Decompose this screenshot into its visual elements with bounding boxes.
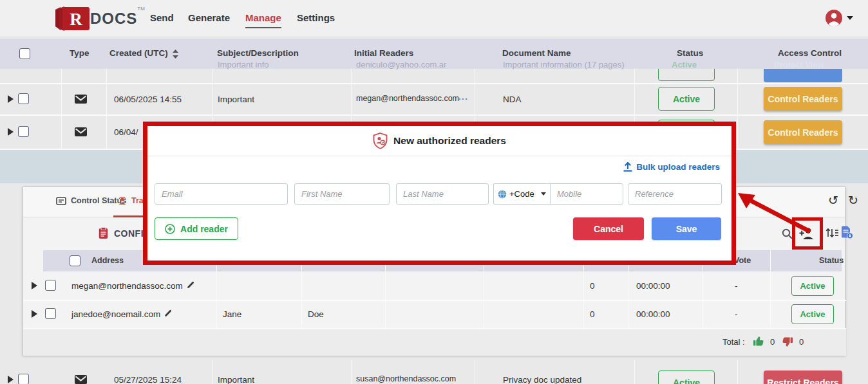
total-time-cell: 00:00:00 bbox=[636, 309, 670, 319]
country-code-select[interactable]: +Code bbox=[493, 183, 550, 205]
status-active-button[interactable]: Active bbox=[658, 370, 715, 384]
col-header-vote: Vote bbox=[734, 256, 751, 265]
email-type-icon bbox=[75, 375, 87, 384]
modal-header: New authorized readers bbox=[147, 126, 731, 156]
reader-checkbox[interactable] bbox=[45, 280, 56, 291]
edit-reader-icon[interactable] bbox=[187, 281, 194, 289]
row-separator bbox=[23, 300, 846, 301]
column-divider bbox=[475, 360, 475, 384]
col-header-address: Address bbox=[91, 256, 124, 265]
sort-created-icon[interactable] bbox=[173, 50, 178, 59]
tab-control-status[interactable]: Control Status bbox=[56, 196, 126, 205]
column-divider bbox=[212, 360, 213, 384]
chevron-down-icon bbox=[847, 16, 853, 20]
history-icon[interactable]: ↺ bbox=[828, 193, 838, 207]
col-header-created: Created (UTC) bbox=[109, 48, 168, 58]
nav-item-manage[interactable]: Manage bbox=[245, 12, 281, 23]
email-type-icon bbox=[75, 127, 87, 136]
save-button[interactable]: Save bbox=[652, 217, 721, 240]
reader-status-button[interactable]: Active bbox=[791, 276, 834, 296]
col-header-subject: Subject/Description bbox=[217, 48, 299, 58]
nav-item-generate[interactable]: Generate bbox=[188, 12, 230, 23]
expand-reader-icon[interactable] bbox=[32, 310, 37, 318]
document-name-cell: NDA bbox=[503, 95, 522, 104]
row-checkbox[interactable] bbox=[18, 93, 29, 104]
vote-cell: - bbox=[735, 281, 738, 291]
thumbs-down-count: 0 bbox=[799, 337, 804, 347]
created-cell: 05/27/2025 15:24 bbox=[114, 375, 182, 384]
expand-reader-icon[interactable] bbox=[32, 282, 37, 289]
status-active-button[interactable]: Active bbox=[658, 87, 715, 111]
readers-table-footer: Total : 0 0 bbox=[23, 329, 846, 356]
first-name-field[interactable] bbox=[294, 183, 390, 205]
more-readers-button[interactable]: ... bbox=[458, 92, 468, 102]
refresh-icon[interactable]: ↻ bbox=[848, 193, 858, 207]
ghost-doc: Important information (17 pages) bbox=[503, 60, 625, 69]
ghost-readers: deniculo@yahoo.com.ar bbox=[356, 60, 446, 69]
column-divider bbox=[770, 250, 771, 328]
col-header-document-name: Document Name bbox=[502, 48, 571, 58]
column-divider bbox=[216, 250, 217, 328]
expand-row-icon[interactable] bbox=[8, 95, 14, 103]
vote-cell: - bbox=[735, 309, 738, 319]
reader-status-button[interactable]: Active bbox=[791, 304, 834, 324]
logo-text: DOCS bbox=[90, 6, 137, 32]
search-icon[interactable] bbox=[782, 228, 793, 239]
column-divider bbox=[301, 250, 302, 328]
app-logo[interactable]: R DOCS TM bbox=[54, 6, 145, 32]
user-avatar-icon bbox=[825, 9, 843, 27]
last-name-field[interactable] bbox=[396, 183, 489, 205]
column-divider bbox=[703, 250, 703, 328]
add-reader-label: Add reader bbox=[180, 224, 228, 234]
ghost-subject: Important info bbox=[218, 60, 269, 69]
bulk-upload-label: Bulk upload readers bbox=[636, 162, 720, 172]
chevron-down-icon bbox=[541, 192, 546, 196]
restrict-readers-button[interactable]: Restrict Readers bbox=[764, 370, 842, 384]
total-label: Total : bbox=[722, 337, 745, 347]
add-reader-button[interactable]: Add reader bbox=[155, 217, 238, 240]
add-reader-icon[interactable] bbox=[799, 227, 814, 239]
select-all-checkbox[interactable] bbox=[19, 48, 30, 59]
confidential-clipboard-icon bbox=[99, 227, 108, 239]
column-divider bbox=[351, 360, 352, 384]
row-checkbox[interactable] bbox=[18, 126, 29, 137]
cancel-button[interactable]: Cancel bbox=[573, 217, 644, 240]
nav-item-send[interactable]: Send bbox=[150, 12, 174, 23]
last-name-cell: Doe bbox=[308, 309, 324, 319]
bulk-upload-readers-link[interactable]: Bulk upload readers bbox=[623, 162, 720, 172]
reader-checkbox[interactable] bbox=[45, 308, 56, 319]
reads-cell: 0 bbox=[590, 281, 595, 291]
control-readers-button[interactable]: Control Readers bbox=[764, 87, 842, 111]
sort-list-icon[interactable] bbox=[826, 227, 838, 239]
code-select-value: +Code bbox=[509, 189, 534, 199]
globe-icon bbox=[498, 190, 507, 199]
edit-reader-icon[interactable] bbox=[164, 309, 172, 317]
nav-item-settings[interactable]: Settings bbox=[297, 12, 335, 23]
app-window: Type Created (UTC) Subject/Description I… bbox=[0, 0, 868, 384]
ghost-access: Protect View bbox=[774, 60, 824, 69]
thumbs-up-icon bbox=[753, 335, 764, 347]
expand-row-icon[interactable] bbox=[8, 376, 14, 383]
reference-field[interactable] bbox=[628, 183, 722, 205]
account-menu[interactable] bbox=[825, 9, 853, 27]
reader-address-cell: janedoe@noemail.com bbox=[71, 309, 172, 319]
export-report-icon[interactable] bbox=[841, 226, 853, 239]
control-readers-button[interactable]: Control Readers bbox=[764, 120, 842, 144]
col-header-status: Status bbox=[819, 256, 844, 265]
reader-email: megan@northendassoc.com bbox=[71, 281, 183, 291]
row-checkbox[interactable] bbox=[18, 374, 29, 384]
modal-title: New authorized readers bbox=[393, 135, 506, 147]
reader-address-cell: megan@northendassoc.com bbox=[71, 281, 194, 291]
column-divider bbox=[583, 250, 584, 328]
created-cell: 06/04/ bbox=[114, 127, 138, 137]
mobile-field[interactable] bbox=[550, 183, 623, 205]
initial-readers-cell: megan@northendassoc.com bbox=[356, 94, 459, 103]
initial-readers-cell: susan@northendassoc.com bbox=[356, 374, 456, 383]
select-all-readers-checkbox[interactable] bbox=[70, 255, 80, 266]
logo-emblem-icon: R bbox=[54, 6, 90, 32]
expand-row-icon[interactable] bbox=[8, 128, 14, 136]
created-cell: 06/05/2025 14:55 bbox=[114, 95, 182, 104]
email-field[interactable] bbox=[155, 183, 288, 205]
col-header-type: Type bbox=[70, 48, 90, 58]
track-icon bbox=[118, 197, 127, 205]
